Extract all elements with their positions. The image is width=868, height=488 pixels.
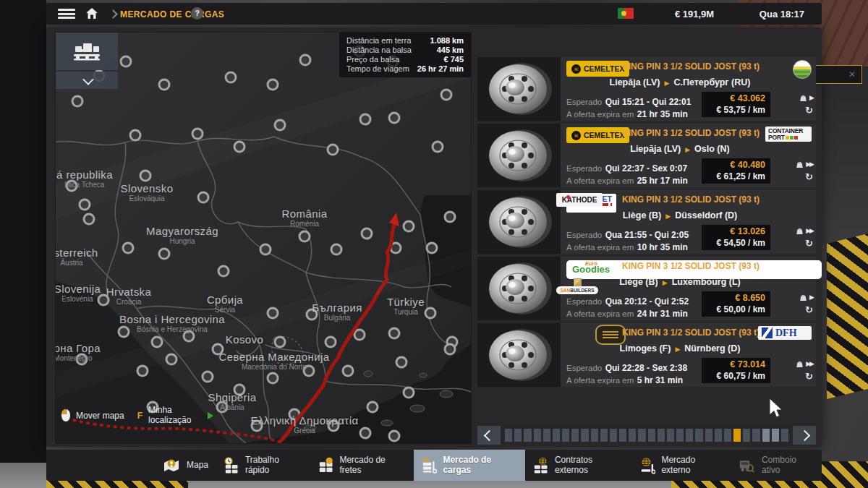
city-dot[interactable] xyxy=(119,327,129,337)
page-tick[interactable] xyxy=(648,429,655,442)
page-tick[interactable] xyxy=(715,429,722,442)
cargo-offer-row[interactable]: Euro Goodies KING PIN 3 1/2 SOLID JOST (… xyxy=(477,257,816,320)
city-dot[interactable] xyxy=(404,388,414,398)
city-dot[interactable] xyxy=(354,330,365,340)
tab-external-market[interactable]: Mercado externo xyxy=(632,450,731,481)
page-tick[interactable] xyxy=(553,429,560,442)
city-dot[interactable] xyxy=(198,192,208,202)
cargo-offer-row[interactable]: ☠ CEMELTEX KING PIN 3 1/2 SOLID JOST (93… xyxy=(477,124,816,187)
city-dot[interactable] xyxy=(343,366,353,376)
page-tick[interactable] xyxy=(695,429,702,442)
city-dot[interactable] xyxy=(192,129,203,139)
page-tick[interactable] xyxy=(600,429,608,442)
city-dot[interactable] xyxy=(331,244,341,254)
city-dot[interactable] xyxy=(433,142,443,152)
cargo-offer-row[interactable]: KING PIN 3 1/2 SOLID JOST (93 t) DFH Lim… xyxy=(477,323,816,387)
city-dot[interactable] xyxy=(328,421,339,431)
page-tick[interactable] xyxy=(705,429,712,442)
page-tick[interactable] xyxy=(658,429,665,442)
city-dot[interactable] xyxy=(275,337,285,347)
city-dot[interactable] xyxy=(389,113,399,123)
clear-search-icon[interactable]: ✕ xyxy=(848,69,856,80)
tab-freight-market[interactable]: Mercado de fretes xyxy=(310,450,414,481)
cargo-offer-row[interactable]: ☠ CEMELTEX KING PIN 3 1/2 SOLID JOST (93… xyxy=(477,57,816,121)
city-dot[interactable] xyxy=(362,228,372,239)
page-tick[interactable] xyxy=(638,429,645,442)
city-dot[interactable] xyxy=(404,221,414,231)
city-dot[interactable] xyxy=(268,80,278,90)
city-dot[interactable] xyxy=(326,337,336,347)
page-tick[interactable] xyxy=(571,429,579,442)
page-tick[interactable] xyxy=(524,429,531,442)
city-dot[interactable] xyxy=(304,366,314,376)
page-tick[interactable] xyxy=(667,429,674,442)
city-dot[interactable] xyxy=(425,308,435,318)
city-dot[interactable] xyxy=(268,373,278,383)
tab-quick-job[interactable]: Trabalho rápido xyxy=(216,450,310,481)
city-dot[interactable] xyxy=(234,385,244,395)
page-tick[interactable] xyxy=(752,429,760,442)
page-tick[interactable] xyxy=(781,429,788,442)
city-dot[interactable] xyxy=(98,295,109,305)
tab-active-convoy[interactable]: Comboio ativo xyxy=(731,450,822,481)
menu-icon[interactable] xyxy=(58,9,75,19)
page-ticks[interactable] xyxy=(501,429,793,442)
city-dot[interactable] xyxy=(445,344,455,354)
city-dot[interactable] xyxy=(441,90,451,100)
next-page-button[interactable] xyxy=(793,426,816,445)
city-dot[interactable] xyxy=(389,328,399,338)
page-tick[interactable] xyxy=(581,429,588,442)
page-tick[interactable] xyxy=(724,429,731,442)
city-dot[interactable] xyxy=(300,55,310,65)
city-dot[interactable] xyxy=(252,421,262,431)
city-dot[interactable] xyxy=(121,56,131,67)
help-icon[interactable]: ? xyxy=(191,7,203,20)
page-tick[interactable] xyxy=(514,429,522,442)
map-collapse-button[interactable] xyxy=(56,72,118,89)
cargo-offer-row[interactable]: TREE-ET KING PIN 3 1/2 SOLID JOST (93 t)… xyxy=(477,190,816,254)
cargo-filter-button[interactable] xyxy=(56,33,118,70)
city-dot[interactable] xyxy=(218,266,229,276)
page-tick[interactable] xyxy=(562,429,569,442)
page-tick[interactable] xyxy=(733,429,741,442)
city-dot[interactable] xyxy=(159,249,169,259)
city-dot[interactable] xyxy=(396,357,407,367)
home-icon[interactable] xyxy=(85,7,98,20)
city-dot[interactable] xyxy=(217,402,227,412)
page-tick[interactable] xyxy=(762,429,770,442)
city-dot[interactable] xyxy=(77,354,87,364)
page-tick[interactable] xyxy=(505,429,512,442)
city-dot[interactable] xyxy=(367,402,378,412)
city-dot[interactable] xyxy=(84,214,94,224)
city-dot[interactable] xyxy=(445,212,455,222)
page-tick[interactable] xyxy=(543,429,550,442)
city-dot[interactable] xyxy=(260,244,271,254)
city-dot[interactable] xyxy=(427,243,437,253)
city-dot[interactable] xyxy=(203,372,213,382)
page-tick[interactable] xyxy=(772,429,779,442)
page-tick[interactable] xyxy=(591,429,598,442)
prev-page-button[interactable] xyxy=(477,426,501,445)
city-dot[interactable] xyxy=(123,243,133,253)
city-dot[interactable] xyxy=(360,428,370,438)
page-tick[interactable] xyxy=(686,429,693,442)
tab-cargo-market[interactable]: Mercado de cargas xyxy=(414,450,526,481)
map-view[interactable]: á republikablica Tcheca SlovenskoEslováq… xyxy=(55,32,472,444)
my-location-button[interactable]: Minha localização xyxy=(148,406,202,426)
page-tick[interactable] xyxy=(619,429,626,442)
page-tick[interactable] xyxy=(610,429,617,442)
page-tick[interactable] xyxy=(743,429,750,442)
city-dot[interactable] xyxy=(389,431,399,441)
tab-map[interactable]: Mapa xyxy=(155,450,216,481)
city-dot[interactable] xyxy=(360,114,370,124)
city-dot[interactable] xyxy=(226,72,236,82)
tab-external-contracts[interactable]: Contratos externos xyxy=(525,450,631,481)
city-dot[interactable] xyxy=(72,96,82,106)
page-tick[interactable] xyxy=(629,429,636,442)
city-dot[interactable] xyxy=(159,80,169,90)
page-tick[interactable] xyxy=(676,429,684,442)
city-dot[interactable] xyxy=(328,145,338,155)
city-dot[interactable] xyxy=(299,231,310,241)
city-dot[interactable] xyxy=(130,130,140,140)
page-tick[interactable] xyxy=(534,429,541,442)
